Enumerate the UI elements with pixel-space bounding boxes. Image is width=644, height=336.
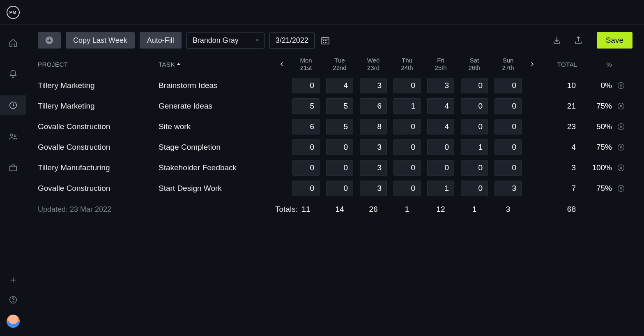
project-cell[interactable]: Govalle Construction xyxy=(38,122,157,131)
hour-input[interactable]: 5 xyxy=(326,98,353,114)
import-button[interactable] xyxy=(551,34,563,46)
nav-help[interactable] xyxy=(0,295,26,305)
copy-last-week-button[interactable]: Copy Last Week xyxy=(66,32,135,49)
day-total-1: 14 xyxy=(324,205,356,214)
delete-row-button[interactable] xyxy=(614,123,628,131)
hour-input[interactable]: 0 xyxy=(292,78,320,93)
hour-input[interactable]: 0 xyxy=(326,181,353,196)
hour-input[interactable]: 5 xyxy=(292,98,320,114)
plus-circle-icon xyxy=(45,36,54,45)
logo-wrap: PM xyxy=(0,0,26,25)
hour-input[interactable]: 0 xyxy=(427,160,454,176)
delete-row-button[interactable] xyxy=(614,143,628,151)
day-head-4: Fri25th xyxy=(425,57,457,72)
hour-input[interactable]: 0 xyxy=(326,139,353,155)
user-select[interactable]: Brandon Gray xyxy=(186,32,264,49)
nav-notifications[interactable] xyxy=(0,64,26,84)
day-head-5: Sat26th xyxy=(458,57,490,72)
task-cell[interactable]: Stage Completion xyxy=(159,143,274,152)
project-cell[interactable]: Tillery Marketing xyxy=(38,102,157,111)
project-cell[interactable]: Govalle Construction xyxy=(38,184,157,193)
nav-team[interactable] xyxy=(0,127,26,146)
project-cell[interactable]: Tillery Manufacturing xyxy=(38,163,157,172)
hour-input[interactable]: 0 xyxy=(393,181,421,196)
hour-input[interactable]: 0 xyxy=(461,181,488,196)
day-head-6: Sun27th xyxy=(492,57,524,72)
column-project[interactable]: PROJECT xyxy=(38,61,157,68)
delete-row-button[interactable] xyxy=(614,184,628,192)
hour-input[interactable]: 0 xyxy=(494,139,522,155)
hour-input[interactable]: 3 xyxy=(360,139,387,155)
row-total: 3 xyxy=(540,163,577,172)
project-cell[interactable]: Tillery Marketing xyxy=(38,81,157,90)
hour-input[interactable]: 0 xyxy=(326,160,353,176)
hour-input[interactable]: 0 xyxy=(494,78,522,93)
auto-fill-button[interactable]: Auto-Fill xyxy=(140,32,182,49)
day-head-0: Mon21st xyxy=(290,57,322,72)
hour-input[interactable]: 5 xyxy=(326,119,353,134)
hour-input[interactable]: 0 xyxy=(393,160,421,176)
import-icon xyxy=(552,35,562,45)
hour-input[interactable]: 0 xyxy=(393,78,421,93)
main: Copy Last Week Auto-Fill Brandon Gray 3/… xyxy=(26,0,644,336)
nav xyxy=(0,25,26,275)
task-cell[interactable]: Generate Ideas xyxy=(159,102,274,111)
table-row: Tillery MarketingGenerate Ideas556140021… xyxy=(38,96,632,116)
hour-input[interactable]: 0 xyxy=(494,98,522,114)
project-cell[interactable]: Govalle Construction xyxy=(38,143,157,152)
hour-input[interactable]: 0 xyxy=(461,78,488,93)
task-cell[interactable]: Brainstorm Ideas xyxy=(159,81,274,90)
hour-input[interactable]: 1 xyxy=(427,181,454,196)
week-prev-button[interactable] xyxy=(275,60,288,68)
row-percent: 75% xyxy=(579,143,612,152)
calendar-button[interactable] xyxy=(318,32,333,49)
nav-portfolio[interactable] xyxy=(0,158,26,178)
delete-row-button[interactable] xyxy=(614,102,628,110)
hour-input[interactable]: 8 xyxy=(360,119,387,134)
column-task-label: TASK xyxy=(159,61,175,68)
hour-input[interactable]: 0 xyxy=(461,119,488,134)
date-input[interactable]: 3/21/2022 xyxy=(269,32,315,49)
hour-input[interactable]: 0 xyxy=(393,119,421,134)
hour-input[interactable]: 3 xyxy=(360,160,387,176)
delete-row-button[interactable] xyxy=(614,81,628,90)
hour-input[interactable]: 3 xyxy=(360,78,387,93)
hour-input[interactable]: 4 xyxy=(427,98,454,114)
export-button[interactable] xyxy=(572,34,584,46)
grand-total: 68 xyxy=(540,205,577,214)
column-task[interactable]: TASK xyxy=(159,61,274,68)
task-cell[interactable]: Start Design Work xyxy=(159,184,274,193)
hour-input[interactable]: 3 xyxy=(494,181,522,196)
hour-input[interactable]: 6 xyxy=(292,119,320,134)
add-row-button[interactable] xyxy=(38,32,61,49)
hour-input[interactable]: 0 xyxy=(427,139,454,155)
hour-input[interactable]: 0 xyxy=(461,98,488,114)
week-next-button[interactable] xyxy=(526,60,539,68)
hour-input[interactable]: 3 xyxy=(427,78,454,93)
hour-input[interactable]: 0 xyxy=(494,160,522,176)
nav-add[interactable] xyxy=(0,275,26,285)
save-button[interactable]: Save xyxy=(597,32,632,49)
delete-row-button[interactable] xyxy=(614,164,628,172)
nav-timesheet[interactable] xyxy=(0,95,26,115)
hour-input[interactable]: 1 xyxy=(461,139,488,155)
help-icon xyxy=(9,295,18,304)
hour-input[interactable]: 4 xyxy=(326,78,353,93)
svg-point-2 xyxy=(14,135,16,137)
hour-input[interactable]: 0 xyxy=(292,181,320,196)
hour-input[interactable]: 3 xyxy=(360,181,387,196)
hour-input[interactable]: 4 xyxy=(427,119,454,134)
hour-input[interactable]: 0 xyxy=(461,160,488,176)
task-cell[interactable]: Stakeholder Feedback xyxy=(159,163,274,172)
hour-input[interactable]: 0 xyxy=(292,139,320,155)
avatar[interactable] xyxy=(7,315,20,328)
task-cell[interactable]: Site work xyxy=(159,122,274,131)
hour-input[interactable]: 0 xyxy=(393,139,421,155)
hour-input[interactable]: 6 xyxy=(360,98,387,114)
hour-input[interactable]: 0 xyxy=(292,160,320,176)
close-circle-icon xyxy=(617,184,625,192)
row-total: 21 xyxy=(540,102,577,111)
hour-input[interactable]: 1 xyxy=(393,98,421,114)
nav-home[interactable] xyxy=(0,33,26,53)
hour-input[interactable]: 0 xyxy=(494,119,522,134)
